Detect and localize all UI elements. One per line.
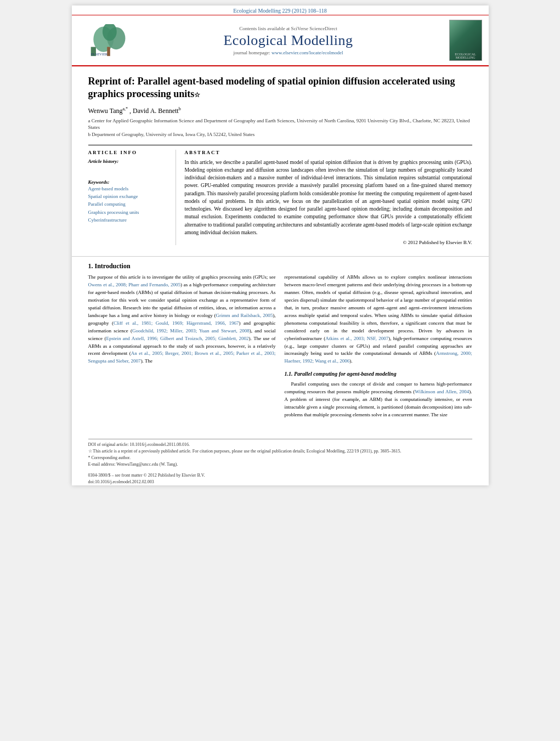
abstract-label: ABSTRACT bbox=[185, 150, 472, 155]
intro-two-col: The purpose of this article is to invest… bbox=[88, 274, 472, 422]
footnotes: DOI of original article: 10.1016/j.ecolm… bbox=[88, 439, 472, 485]
subsection-heading: 1.1. Parallel computing for agent-based … bbox=[285, 370, 472, 378]
affiliation-a: a Center for Applied Geographic Informat… bbox=[88, 117, 472, 131]
elsevier-logo: ELSEVIER bbox=[78, 24, 139, 57]
keywords-section: Keywords: Agent-based models Spatial opi… bbox=[88, 179, 170, 224]
footnote-issn: 0304-3800/$ – see front matter © 2012 Pu… bbox=[88, 472, 472, 479]
author1-name: Wenwu Tang bbox=[88, 107, 123, 115]
journal-citation: Ecological Modelling 229 (2012) 108–118 bbox=[233, 8, 327, 14]
article-info-abstract: ARTICLE INFO Article history: Keywords: … bbox=[88, 145, 472, 246]
copyright: © 2012 Published by Elsevier B.V. bbox=[185, 240, 472, 245]
intro-col1: The purpose of this article is to invest… bbox=[88, 274, 276, 422]
footnote-doi: DOI of original article: 10.1016/j.ecolm… bbox=[88, 442, 472, 448]
author1-sup: a,* bbox=[122, 106, 128, 111]
journal-header: ELSEVIER Contents lists available at Sci… bbox=[72, 15, 489, 66]
keyword-2: Spatial opinion exchange bbox=[88, 193, 170, 200]
intro-heading: 1. Introduction bbox=[88, 262, 472, 270]
article-title: Reprint of: Parallel agent-based modelin… bbox=[88, 75, 472, 101]
abstract-col: ABSTRACT In this article, we describe a … bbox=[185, 150, 472, 246]
intro-col2: representational capability of ABMs allo… bbox=[285, 274, 472, 422]
intro-para2: representational capability of ABMs allo… bbox=[285, 274, 472, 365]
journal-center-info: Contents lists available at SciVerse Sci… bbox=[139, 26, 438, 55]
keyword-3: Parallel computing bbox=[88, 200, 170, 208]
sciverse-line: Contents lists available at SciVerse Sci… bbox=[139, 26, 438, 31]
footnote-star: ☆ This article is a reprint of a previou… bbox=[88, 448, 472, 455]
article-history: Article history: bbox=[88, 159, 170, 164]
keyword-1: Agent-based models bbox=[88, 185, 170, 193]
journal-homepage: journal homepage: www.elsevier.com/locat… bbox=[139, 50, 438, 55]
intro-para1: The purpose of this article is to invest… bbox=[88, 274, 276, 365]
keywords-list: Agent-based models Spatial opinion excha… bbox=[88, 185, 170, 224]
journal-cover-thumbnail: ECOLOGICALMODELLING bbox=[449, 20, 482, 61]
elsevier-tree-icon: ELSEVIER bbox=[87, 24, 131, 57]
journal-topbar: Ecological Modelling 229 (2012) 108–118 bbox=[72, 5, 489, 15]
journal-title: Ecological Modelling bbox=[139, 32, 438, 49]
journal-cover: ECOLOGICALMODELLING bbox=[438, 20, 482, 61]
article-content: Reprint of: Parallel agent-based modelin… bbox=[72, 66, 489, 254]
author2-sup: b bbox=[179, 106, 181, 111]
keyword-5: Cyberinfrastructure bbox=[88, 216, 170, 224]
elsevier-logo-section: ELSEVIER bbox=[78, 24, 139, 57]
journal-homepage-link[interactable]: www.elsevier.com/locate/ecolmodel bbox=[271, 50, 343, 55]
keyword-4: Graphics processing units bbox=[88, 208, 170, 216]
footnote-doi2: doi:10.1016/j.ecolmodel.2012.02.003 bbox=[88, 479, 472, 485]
parallel-para1: Parallel computing uses the concept of d… bbox=[285, 381, 472, 419]
abstract-text: In this article, we describe a parallel … bbox=[185, 159, 472, 237]
footnote-corresponding: * Corresponding author. bbox=[88, 455, 472, 461]
affiliations: a Center for Applied Geographic Informat… bbox=[88, 117, 472, 138]
article-info-col: ARTICLE INFO Article history: Keywords: … bbox=[88, 150, 176, 246]
authors: Wenwu Tanga,* , David A. Bennettb bbox=[88, 106, 472, 115]
body-content: 1. Introduction The purpose of this arti… bbox=[72, 256, 489, 433]
affiliation-b: b Department of Geography, University of… bbox=[88, 131, 472, 138]
page: Ecological Modelling 229 (2012) 108–118 … bbox=[72, 5, 489, 485]
svg-text:ELSEVIER: ELSEVIER bbox=[90, 52, 108, 56]
author2-name: , David A. Bennett bbox=[129, 107, 179, 115]
footnote-email: E-mail address: WenwuTang@uncc.edu (W. T… bbox=[88, 461, 472, 468]
article-info-label: ARTICLE INFO bbox=[88, 150, 170, 155]
